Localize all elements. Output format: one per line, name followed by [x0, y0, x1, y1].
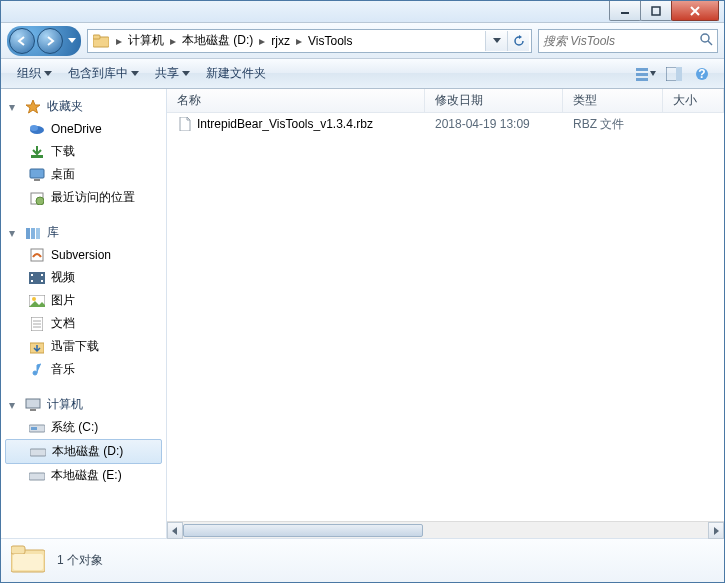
drive-icon [29, 468, 45, 484]
chevron-right-icon: ▸ [112, 34, 126, 48]
recent-icon [29, 190, 45, 206]
favorites-header[interactable]: ▾ 收藏夹 [1, 95, 166, 118]
refresh-button[interactable] [507, 31, 529, 51]
svg-rect-28 [41, 280, 43, 282]
new-folder-button[interactable]: 新建文件夹 [198, 65, 274, 82]
drive-icon [29, 420, 45, 436]
navigation-pane[interactable]: ▾ 收藏夹 OneDrive 下载 桌面 最近 [1, 89, 167, 538]
svg-rect-41 [29, 473, 45, 480]
sidebar-item-label: 文档 [51, 315, 75, 332]
help-button[interactable]: ? [688, 63, 716, 85]
breadcrumb-segment[interactable]: VisTools [306, 34, 354, 48]
library-icon [25, 225, 41, 241]
back-button[interactable] [9, 28, 35, 54]
include-in-library-menu[interactable]: 包含到库中 [60, 65, 147, 82]
search-icon [699, 32, 713, 49]
sidebar-item-drive-d[interactable]: 本地磁盘 (D:) [5, 439, 162, 464]
window-titlebar [1, 1, 724, 23]
breadcrumb-segment[interactable]: rjxz [269, 34, 292, 48]
scroll-left-button[interactable] [167, 522, 183, 539]
svg-rect-10 [676, 67, 682, 81]
svg-rect-6 [636, 68, 648, 71]
toolbar: 组织 包含到库中 共享 新建文件夹 ? [1, 59, 724, 89]
sidebar-item-label: 本地磁盘 (E:) [51, 467, 122, 484]
scroll-right-button[interactable] [708, 522, 724, 539]
sidebar-item-label: Subversion [51, 248, 111, 262]
sidebar-item-music[interactable]: 音乐 [1, 358, 166, 381]
sidebar-item-label: 最近访问的位置 [51, 189, 135, 206]
svg-rect-20 [26, 228, 30, 239]
sidebar-item-label: 迅雷下载 [51, 338, 99, 355]
breadcrumb-segment[interactable]: 本地磁盘 (D:) [180, 32, 255, 49]
sidebar-item-recent[interactable]: 最近访问的位置 [1, 186, 166, 209]
sidebar-item-xunlei[interactable]: 迅雷下载 [1, 335, 166, 358]
column-type[interactable]: 类型 [563, 89, 663, 112]
svg-point-4 [701, 34, 709, 42]
svg-line-5 [708, 41, 712, 45]
status-text: 1 个对象 [57, 552, 103, 569]
sidebar-item-documents[interactable]: 文档 [1, 312, 166, 335]
sidebar-item-label: 音乐 [51, 361, 75, 378]
status-bar: 1 个对象 [1, 538, 724, 582]
subversion-icon [29, 247, 45, 263]
sidebar-item-label: 系统 (C:) [51, 419, 98, 436]
sidebar-item-subversion[interactable]: Subversion [1, 244, 166, 266]
close-button[interactable] [671, 1, 719, 21]
body: ▾ 收藏夹 OneDrive 下载 桌面 最近 [1, 89, 724, 538]
address-bar[interactable]: ▸ 计算机 ▸ 本地磁盘 (D:) ▸ rjxz ▸ VisTools [87, 29, 532, 53]
download-folder-icon [29, 339, 45, 355]
horizontal-scrollbar[interactable] [167, 521, 724, 538]
file-list[interactable]: IntrepidBear_VisTools_v1.3.4.rbz 2018-04… [167, 113, 724, 521]
svg-rect-44 [13, 554, 43, 570]
libraries-header[interactable]: ▾ 库 [1, 221, 166, 244]
explorer-window: ▸ 计算机 ▸ 本地磁盘 (D:) ▸ rjxz ▸ VisTools 组织 包… [0, 0, 725, 583]
sidebar-item-downloads[interactable]: 下载 [1, 140, 166, 163]
sidebar-item-label: 图片 [51, 292, 75, 309]
column-headers: 名称 修改日期 类型 大小 [167, 89, 724, 113]
svg-rect-22 [36, 228, 40, 239]
music-icon [29, 362, 45, 378]
svg-rect-7 [636, 73, 648, 76]
sidebar-item-drive-c[interactable]: 系统 (C:) [1, 416, 166, 439]
organize-menu[interactable]: 组织 [9, 65, 60, 82]
file-row[interactable]: IntrepidBear_VisTools_v1.3.4.rbz 2018-04… [167, 113, 724, 135]
view-options-button[interactable] [632, 63, 660, 85]
scroll-thumb[interactable] [183, 524, 423, 537]
svg-rect-16 [30, 169, 44, 178]
svg-rect-17 [34, 179, 40, 181]
column-size[interactable]: 大小 [663, 89, 724, 112]
column-name[interactable]: 名称 [167, 89, 425, 112]
sidebar-item-videos[interactable]: 视频 [1, 266, 166, 289]
forward-button[interactable] [37, 28, 63, 54]
breadcrumb-segment[interactable]: 计算机 [126, 32, 166, 49]
share-menu[interactable]: 共享 [147, 65, 198, 82]
svg-rect-21 [31, 228, 35, 239]
sidebar-item-onedrive[interactable]: OneDrive [1, 118, 166, 140]
address-dropdown-button[interactable] [485, 31, 507, 51]
folder-icon [92, 32, 110, 50]
column-date[interactable]: 修改日期 [425, 89, 563, 112]
sidebar-item-label: 下载 [51, 143, 75, 160]
nav-history-dropdown[interactable] [65, 28, 79, 54]
star-icon [25, 99, 41, 115]
minimize-button[interactable] [609, 1, 641, 21]
file-icon [177, 116, 193, 132]
svg-rect-39 [31, 427, 37, 430]
search-input[interactable] [543, 34, 699, 48]
document-icon [29, 316, 45, 332]
sidebar-item-drive-e[interactable]: 本地磁盘 (E:) [1, 464, 166, 487]
expand-icon: ▾ [9, 398, 19, 412]
maximize-button[interactable] [640, 1, 672, 21]
sidebar-item-desktop[interactable]: 桌面 [1, 163, 166, 186]
sidebar-item-pictures[interactable]: 图片 [1, 289, 166, 312]
computer-header[interactable]: ▾ 计算机 [1, 393, 166, 416]
group-label: 库 [47, 224, 59, 241]
svg-point-30 [32, 297, 36, 301]
folder-large-icon [11, 544, 45, 578]
svg-rect-40 [30, 449, 46, 456]
expand-icon: ▾ [9, 226, 19, 240]
onedrive-icon [29, 121, 45, 137]
chevron-right-icon: ▸ [255, 34, 269, 48]
preview-pane-button[interactable] [660, 63, 688, 85]
search-box[interactable] [538, 29, 718, 53]
